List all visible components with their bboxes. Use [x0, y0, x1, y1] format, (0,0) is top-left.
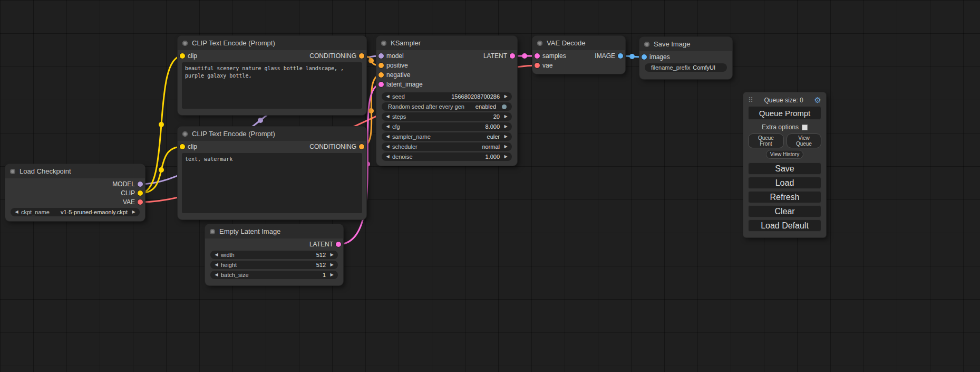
widget-value: ComfyUI [693, 64, 715, 71]
output-slot-image[interactable] [618, 53, 623, 59]
decrement-arrow-icon[interactable]: ◀ [384, 92, 391, 101]
height-widget[interactable]: ◀ height 512 ▶ [210, 261, 338, 269]
node-title-bar[interactable]: VAE Decode [532, 36, 625, 50]
widget-name: scheduler [392, 144, 418, 150]
width-widget[interactable]: ◀ width 512 ▶ [210, 251, 338, 259]
node-collapse-dot-icon[interactable] [10, 169, 15, 174]
ckpt-name-widget[interactable]: ◀ ckpt_name v1-5-pruned-emaonly.ckpt ▶ [11, 208, 140, 216]
node-title-bar[interactable]: Empty Latent Image [205, 224, 343, 239]
menu-header: ⠿ Queue size: 0 ⚙ [748, 96, 821, 104]
refresh-button[interactable]: Refresh [748, 191, 821, 203]
input-slot-clip[interactable] [180, 53, 185, 59]
output-slot-vae[interactable] [138, 199, 143, 205]
node-clip-text-encode-negative[interactable]: CLIP Text Encode (Prompt) clip CONDITION… [178, 127, 366, 220]
prompt-text-input[interactable]: text, watermark [182, 153, 362, 213]
node-title-bar[interactable]: Save Image [639, 37, 732, 51]
output-slot-conditioning[interactable] [359, 53, 364, 59]
node-title-bar[interactable]: CLIP Text Encode (Prompt) [178, 127, 366, 141]
widget-name: height [221, 262, 237, 268]
increment-arrow-icon[interactable]: ▶ [502, 142, 509, 151]
comfyui-canvas[interactable]: { "icons": { "left_arrow": "◀", "right_a… [0, 0, 980, 372]
seed-widget[interactable]: ◀ seed 156680208700286 ▶ [382, 92, 512, 101]
node-title-bar[interactable]: Load Checkpoint [5, 164, 145, 178]
cfg-widget[interactable]: ◀ cfg 8.000 ▶ [382, 122, 512, 131]
slot-row: MODEL [5, 179, 145, 188]
node-title-bar[interactable]: CLIP Text Encode (Prompt) [178, 36, 366, 50]
view-queue-button[interactable]: View Queue [787, 133, 821, 148]
node-clip-text-encode-positive[interactable]: CLIP Text Encode (Prompt) clip CONDITION… [178, 36, 366, 115]
load-button[interactable]: Load [748, 177, 821, 189]
increment-arrow-icon[interactable]: ▶ [328, 251, 335, 259]
batch-size-widget[interactable]: ◀ batch_size 1 ▶ [210, 271, 338, 279]
node-title: KSampler [391, 39, 421, 47]
node-collapse-dot-icon[interactable] [210, 229, 215, 234]
queue-menu-panel[interactable]: ⠿ Queue size: 0 ⚙ Queue Prompt Extra opt… [743, 92, 826, 237]
sampler-name-widget[interactable]: ◀ sampler_name euler ▶ [382, 132, 512, 141]
extra-options-checkbox[interactable] [802, 125, 808, 130]
input-slot-samples[interactable] [535, 53, 540, 59]
node-empty-latent-image[interactable]: Empty Latent Image LATENT ◀ width 512 ▶ … [205, 224, 343, 285]
widget-name: filename_prefix [651, 64, 691, 71]
clear-button[interactable]: Clear [748, 205, 821, 217]
input-slot-clip[interactable] [180, 144, 185, 149]
input-slot-images[interactable] [642, 54, 647, 60]
input-label-model: model [386, 52, 404, 60]
decrement-arrow-icon[interactable]: ◀ [213, 271, 220, 279]
view-history-button[interactable]: View History [766, 150, 803, 159]
widget-name: ckpt_name [21, 209, 50, 215]
node-collapse-dot-icon[interactable] [182, 41, 188, 46]
node-ksampler[interactable]: KSampler model LATENT positive negative … [376, 36, 517, 166]
decrement-arrow-icon[interactable]: ◀ [384, 142, 391, 151]
increment-arrow-icon[interactable]: ▶ [502, 132, 509, 141]
denoise-widget[interactable]: ◀ denoise 1.000 ▶ [382, 152, 512, 161]
input-slot-vae[interactable] [535, 63, 540, 68]
output-slot-model[interactable] [138, 182, 143, 187]
decrement-arrow-icon[interactable]: ◀ [13, 208, 20, 216]
increment-arrow-icon[interactable]: ▶ [328, 261, 335, 269]
node-title-bar[interactable]: KSampler [376, 36, 517, 50]
decrement-arrow-icon[interactable]: ◀ [384, 112, 391, 121]
node-collapse-dot-icon[interactable] [182, 131, 188, 137]
steps-widget[interactable]: ◀ steps 20 ▶ [382, 112, 512, 121]
increment-arrow-icon[interactable]: ▶ [502, 112, 509, 121]
scheduler-widget[interactable]: ◀ scheduler normal ▶ [382, 142, 512, 151]
node-title: CLIP Text Encode (Prompt) [192, 130, 275, 138]
load-default-button[interactable]: Load Default [748, 220, 821, 232]
increment-arrow-icon[interactable]: ▶ [130, 208, 137, 216]
increment-arrow-icon[interactable]: ▶ [502, 122, 509, 131]
save-button[interactable]: Save [748, 163, 821, 175]
output-label-conditioning: CONDITIONING [309, 143, 356, 150]
widget-value: enabled [476, 103, 496, 110]
drag-handle-icon[interactable]: ⠿ [748, 96, 753, 104]
queue-prompt-button[interactable]: Queue Prompt [748, 106, 821, 120]
decrement-arrow-icon[interactable]: ◀ [384, 122, 391, 131]
increment-arrow-icon[interactable]: ▶ [502, 92, 509, 101]
prompt-text-input[interactable]: beautiful scenery nature glass bottle la… [182, 62, 362, 109]
input-slot-model[interactable] [379, 53, 384, 59]
output-slot-latent[interactable] [336, 242, 341, 247]
random-seed-toggle-widget[interactable]: Random seed after every gen enabled [382, 102, 512, 111]
output-slot-latent[interactable] [510, 53, 515, 59]
node-collapse-dot-icon[interactable] [381, 41, 386, 46]
queue-front-button[interactable]: Queue Front [748, 133, 784, 148]
node-collapse-dot-icon[interactable] [644, 42, 649, 47]
node-load-checkpoint[interactable]: Load Checkpoint MODEL CLIP VAE ◀ ckpt_na… [5, 164, 145, 221]
toggle-dot-icon[interactable] [502, 104, 507, 109]
filename-prefix-widget[interactable]: filename_prefix ComfyUI [645, 63, 727, 72]
decrement-arrow-icon[interactable]: ◀ [213, 251, 220, 259]
input-slot-latent-image[interactable] [379, 82, 384, 87]
node-save-image[interactable]: Save Image images filename_prefix ComfyU… [639, 37, 732, 79]
decrement-arrow-icon[interactable]: ◀ [384, 152, 391, 161]
decrement-arrow-icon[interactable]: ◀ [384, 132, 391, 141]
widget-value: v1-5-pruned-emaonly.ckpt [61, 209, 128, 215]
increment-arrow-icon[interactable]: ▶ [328, 271, 335, 279]
output-slot-clip[interactable] [138, 190, 143, 196]
output-slot-conditioning[interactable] [359, 144, 364, 149]
node-collapse-dot-icon[interactable] [537, 41, 542, 46]
node-vae-decode[interactable]: VAE Decode samples IMAGE vae [532, 36, 625, 74]
decrement-arrow-icon[interactable]: ◀ [213, 261, 220, 269]
increment-arrow-icon[interactable]: ▶ [502, 152, 509, 161]
settings-gear-icon[interactable]: ⚙ [814, 96, 821, 104]
input-slot-positive[interactable] [379, 63, 384, 68]
input-slot-negative[interactable] [379, 72, 384, 78]
